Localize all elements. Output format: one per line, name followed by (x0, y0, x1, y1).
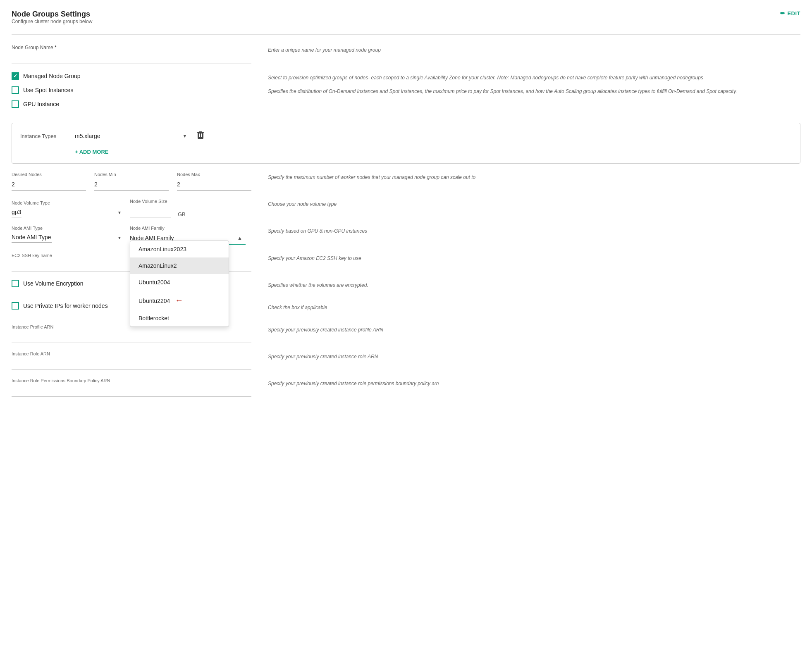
private-ips-label: Use Private IPs for worker nodes (23, 303, 108, 309)
ami-option-ubuntu2204[interactable]: Ubuntu2204 ← (130, 291, 229, 310)
instance-types-label: Instance Types (20, 133, 70, 139)
page-title: Node Groups Settings (12, 10, 92, 19)
volume-encryption-label: Use Volume Encryption (23, 280, 84, 287)
ami-family-dropdown-popup: AmazonLinux2023 AmazonLinux2 Ubuntu2004 … (130, 241, 229, 327)
node-group-name-input[interactable] (12, 52, 251, 64)
volume-encryption-checkbox[interactable] (12, 280, 19, 287)
ami-option-bottlerocket[interactable]: Bottlerocket (130, 310, 229, 326)
add-more-button[interactable]: + ADD MORE (75, 147, 109, 157)
node-ami-type-select[interactable]: Node AMI Type (12, 232, 52, 243)
desired-nodes-field: Desired Nodes (12, 172, 86, 191)
ami-option-amazonlinux2023[interactable]: AmazonLinux2023 (130, 241, 229, 257)
permissions-boundary-input[interactable] (12, 385, 251, 397)
volume-type-hint: Choose your node volume type (268, 200, 800, 208)
desired-nodes-label: Desired Nodes (12, 172, 86, 177)
page-subtitle: Configure cluster node groups below (12, 19, 92, 24)
node-ami-type-label: Node AMI Type (12, 226, 123, 231)
volume-inputs: Node Volume Type gp3 gp2 io1 Node Volume… (12, 199, 251, 217)
gpu-instance-label: GPU Instance (23, 101, 59, 107)
nodes-section: Desired Nodes Nodes Min Nodes Max Specif… (12, 172, 800, 191)
private-ips-checkbox[interactable] (12, 302, 19, 310)
node-ami-type-field: Node AMI Type Node AMI Type (12, 226, 123, 243)
instance-types-box: Instance Types m5.xlarge ▼ + ADD MORE (12, 123, 800, 164)
instance-type-value: m5.xlarge (75, 133, 179, 139)
instance-types-row: Instance Types m5.xlarge ▼ (20, 130, 792, 142)
node-volume-type-field: Node Volume Type gp3 gp2 io1 (12, 200, 123, 217)
nodes-max-input[interactable] (177, 179, 251, 191)
arrow-indicator: ← (175, 295, 183, 305)
nodes-max-label: Nodes Max (177, 172, 251, 177)
gb-label-field: GB (178, 211, 211, 217)
gpu-instance-checkbox[interactable] (12, 100, 19, 108)
instance-type-dropdown[interactable]: m5.xlarge ▼ (75, 130, 191, 142)
instance-role-hint: Specify your previously created instance… (268, 353, 800, 360)
instance-role-label: Instance Role ARN (12, 351, 251, 356)
permissions-boundary-label: Instance Role Permissions Boundary Polic… (12, 378, 251, 383)
node-volume-size-field: Node Volume Size (130, 199, 171, 217)
gb-label: GB (178, 211, 186, 219)
node-ami-family-label: Node AMI Family (130, 226, 241, 231)
permissions-boundary-section: Instance Role Permissions Boundary Polic… (12, 378, 800, 397)
node-volume-type-label: Node Volume Type (12, 200, 123, 205)
instance-profile-hint: Specify your previously created instance… (268, 326, 800, 334)
managed-hint: Select to provision optimized groups of … (268, 74, 800, 81)
nodes-min-field: Nodes Min (94, 172, 169, 191)
nodes-max-field: Nodes Max (177, 172, 251, 191)
desired-nodes-input[interactable] (12, 179, 86, 191)
private-ips-hint: Check the box if applicable (268, 304, 800, 311)
node-group-name-hint: Enter a unique name for your managed nod… (268, 46, 800, 54)
instance-profile-input[interactable] (12, 331, 251, 343)
managed-node-group-checkbox[interactable]: ✓ (12, 72, 19, 80)
permissions-boundary-hint: Specify your previously created instance… (268, 380, 800, 387)
node-volume-size-input[interactable] (130, 205, 171, 217)
node-group-name-section: Node Group Name * Enter a unique name fo… (12, 45, 800, 64)
ami-inputs: Node AMI Type Node AMI Type Node AMI Fam… (12, 226, 251, 245)
instance-role-section: Instance Role ARN Specify your previousl… (12, 351, 800, 370)
managed-node-group-section: ✓ Managed Node Group Use Spot Instances … (12, 72, 800, 114)
spot-instances-label: Use Spot Instances (23, 87, 73, 93)
ami-section: Node AMI Type Node AMI Type Node AMI Fam… (12, 226, 800, 245)
ami-option-amazonlinux2[interactable]: AmazonLinux2 (130, 257, 229, 274)
instance-role-input[interactable] (12, 358, 251, 370)
trash-icon (197, 131, 204, 139)
nodes-min-input[interactable] (94, 179, 169, 191)
ami-hint: Specify based on GPU & non-GPU instances (268, 227, 800, 235)
nodes-max-hint: Specify the maximum number of worker nod… (268, 174, 800, 181)
volume-encryption-hint: Specifies whether the volumes are encryp… (268, 281, 800, 289)
edit-button[interactable]: ✏ EDIT (780, 10, 800, 17)
node-ami-family-field: Node AMI Family Node AMI Family ▲ Amazon… (130, 226, 241, 245)
spot-instances-row: Use Spot Instances (12, 86, 251, 94)
delete-instance-type-button[interactable] (196, 130, 205, 142)
instance-profile-section: Instance Profile ARN Specify your previo… (12, 324, 800, 343)
ami-option-ubuntu2004[interactable]: Ubuntu2004 (130, 274, 229, 291)
managed-node-group-row: ✓ Managed Node Group (12, 72, 251, 80)
spot-instances-checkbox[interactable] (12, 86, 19, 94)
managed-node-group-label: Managed Node Group (23, 73, 81, 79)
volume-section: Node Volume Type gp3 gp2 io1 Node Volume… (12, 199, 800, 217)
node-volume-size-label: Node Volume Size (130, 199, 171, 204)
edit-icon: ✏ (780, 10, 786, 17)
ec2-ssh-hint: Specify your Amazon EC2 SSH key to use (268, 255, 800, 262)
check-mark: ✓ (13, 73, 17, 79)
node-volume-type-select[interactable]: gp3 gp2 io1 (12, 207, 21, 217)
nodes-min-label: Nodes Min (94, 172, 169, 177)
nodes-inputs: Desired Nodes Nodes Min Nodes Max (12, 172, 251, 191)
ami-family-chevron-up-icon: ▲ (237, 235, 242, 241)
gpu-instance-row: GPU Instance (12, 100, 251, 108)
dropdown-chevron-icon: ▼ (182, 133, 187, 139)
node-group-name-label: Node Group Name * (12, 45, 251, 50)
section-divider (12, 34, 800, 35)
spot-hint: Specifies the distribution of On-Demand … (268, 88, 800, 95)
